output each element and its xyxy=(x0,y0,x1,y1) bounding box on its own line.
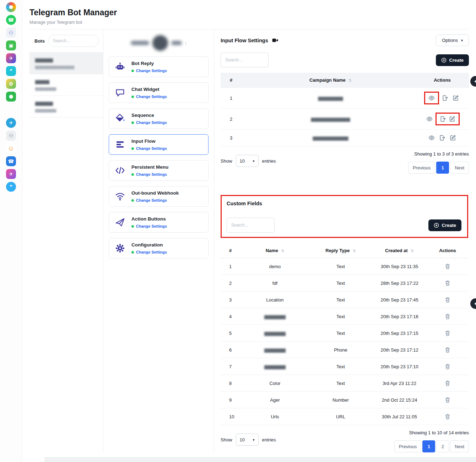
change-settings-link[interactable]: Change Settings xyxy=(131,120,167,125)
created-at: 20th Sep 23 17:16 xyxy=(373,308,426,325)
multicolor-app-icon[interactable]: ✿ xyxy=(6,79,16,89)
settings-card-input-flow[interactable]: Input Flow Change Settings xyxy=(109,134,209,155)
settings-card-sequence[interactable]: Sequence Change Settings xyxy=(109,108,209,129)
bot-name-redacted: ▆▆▆▆▆ xyxy=(35,100,97,106)
settings-card-configuration[interactable]: Configuration Change Settings xyxy=(109,238,209,259)
card-title: Bot Reply xyxy=(131,61,167,66)
telegram-pink-icon[interactable]: ✈ xyxy=(6,53,16,63)
trash-icon xyxy=(444,330,451,336)
pagination-page-2[interactable]: 2 xyxy=(436,440,449,452)
bot-list-item[interactable]: ▆▆▆▆▆ ▆▆▆▆▆▆▆ xyxy=(29,96,103,118)
row-number: 2 xyxy=(221,275,241,292)
pagination-page-1[interactable]: 1 xyxy=(422,440,435,452)
whatsapp-icon[interactable]: ☎ xyxy=(6,15,16,25)
row-number: 6 xyxy=(221,342,241,358)
change-settings-link[interactable]: Change Settings xyxy=(131,69,167,73)
create-campaign-button[interactable]: Create xyxy=(436,54,469,66)
sort-icon[interactable]: ⇅ xyxy=(411,249,414,253)
file-export-icon xyxy=(440,116,446,122)
change-settings-link[interactable]: Change Settings xyxy=(131,198,179,202)
delete-button[interactable] xyxy=(443,329,452,337)
export-button[interactable] xyxy=(440,94,450,102)
chat-teal-icon[interactable]: ❞ xyxy=(6,66,16,76)
view-button[interactable] xyxy=(427,94,436,102)
call-app-icon[interactable]: ☎ xyxy=(6,156,16,166)
campaign-name-redacted: ▆▆▆▆▆▆▆▆▆▆ xyxy=(313,135,348,141)
delete-button[interactable] xyxy=(443,346,452,354)
status-dot xyxy=(131,121,134,124)
delete-button[interactable] xyxy=(443,412,452,421)
sort-icon[interactable]: ⇅ xyxy=(348,78,352,82)
browser-logo-icon[interactable] xyxy=(6,2,16,12)
plus-circle-icon xyxy=(441,58,447,63)
sort-icon[interactable]: ⇅ xyxy=(281,249,284,253)
settings-card-bot-reply[interactable]: Bot Reply Change Settings xyxy=(109,56,209,77)
column-header-num[interactable]: # xyxy=(221,243,241,258)
delete-button[interactable] xyxy=(443,379,452,387)
bot-app-icon[interactable]: ⚇ xyxy=(6,28,16,38)
bottom-strip xyxy=(44,457,476,462)
view-button[interactable] xyxy=(427,134,436,142)
campaign-search-input[interactable] xyxy=(221,53,269,67)
bot-list-item[interactable]: ▆▆▆▆▆ ▆▆▆▆▆▆▆▆▆▆▆▆▆ xyxy=(29,52,103,74)
trash-icon xyxy=(444,380,451,386)
pagination-next[interactable]: Next xyxy=(450,162,469,174)
field-name-redacted: ▆▆▆▆▆▆ xyxy=(264,331,286,336)
create-custom-field-button[interactable]: Create xyxy=(428,219,461,231)
delete-button[interactable] xyxy=(443,362,452,371)
edit-button[interactable] xyxy=(448,134,458,142)
change-settings-link[interactable]: Change Settings xyxy=(131,224,167,228)
change-settings-link[interactable]: Change Settings xyxy=(131,172,168,176)
column-header-name[interactable]: Name⇅ xyxy=(241,243,309,258)
settings-card-chat-widget[interactable]: Chat Widget Change Settings xyxy=(109,82,209,103)
edit-button[interactable] xyxy=(451,94,460,102)
shop-app-icon[interactable]: ⬢ xyxy=(6,92,16,102)
telegram-icon[interactable]: ✈ xyxy=(6,118,16,128)
trash-icon xyxy=(444,313,451,320)
entries-label: entries xyxy=(262,158,276,164)
settings-card-persistent-menu[interactable]: Persistent Menu Change Settings xyxy=(109,160,209,181)
column-header-created-at[interactable]: Created at⇅ xyxy=(373,243,426,258)
campaign-name-redacted: ▆▆▆▆▆▆▆▆▆▆▆ xyxy=(311,116,350,122)
pagination-previous[interactable]: Previous xyxy=(408,162,436,174)
options-button[interactable]: Options ▾ xyxy=(436,34,469,46)
field-name: Location xyxy=(241,292,309,308)
field-name-redacted: ▆▆▆▆▆▆ xyxy=(264,314,286,319)
pagination-page-1[interactable]: 1 xyxy=(436,162,449,174)
green-app-icon[interactable]: ▣ xyxy=(6,40,16,50)
custom-fields-search-input[interactable] xyxy=(227,218,275,233)
change-settings-link[interactable]: Change Settings xyxy=(131,94,167,99)
settings-card-outbound-webhook[interactable]: Out-bound Webhook Change Settings xyxy=(109,186,209,207)
delete-button[interactable] xyxy=(443,295,452,304)
export-button[interactable] xyxy=(438,115,448,123)
delete-button[interactable] xyxy=(443,312,452,321)
campaign-row: 3 ▆▆▆▆▆▆▆▆▆▆ xyxy=(221,130,469,146)
edit-button[interactable] xyxy=(448,115,457,123)
delete-button[interactable] xyxy=(443,279,452,287)
bots-search-input[interactable] xyxy=(48,35,99,47)
bot-list-item[interactable]: ▆▆▆▆ ▆▆▆▆▆▆▆ xyxy=(29,74,103,96)
page-size-select[interactable]: 10▾ xyxy=(236,434,259,446)
row-number: 2 xyxy=(221,109,245,130)
contacts-app-icon[interactable]: ☺ xyxy=(6,143,16,153)
export-button[interactable] xyxy=(438,134,447,142)
redacted-text xyxy=(171,41,182,45)
sort-icon[interactable]: ⇅ xyxy=(353,249,356,253)
pagination-previous[interactable]: Previous xyxy=(394,440,422,452)
telegram-pink2-icon[interactable]: ✈ xyxy=(6,169,16,179)
bot-gray-icon[interactable]: ⚇ xyxy=(6,131,16,141)
delete-button[interactable] xyxy=(443,396,452,404)
column-header-campaign-name[interactable]: Campaign Name⇅ xyxy=(245,73,416,88)
change-settings-link[interactable]: Change Settings xyxy=(131,250,167,254)
change-settings-link[interactable]: Change Settings xyxy=(131,146,167,151)
delete-button[interactable] xyxy=(443,262,452,271)
page-size-select[interactable]: 10▾ xyxy=(236,155,259,167)
pagination-next[interactable]: Next xyxy=(450,440,469,452)
chat-blue-icon[interactable]: ❞ xyxy=(6,182,16,192)
view-button[interactable] xyxy=(425,115,434,123)
trash-icon xyxy=(444,397,451,403)
settings-card-action-buttons[interactable]: Action Buttons Change Settings xyxy=(109,212,209,233)
column-header-reply-type[interactable]: Reply Type⇅ xyxy=(309,243,373,258)
column-header-num[interactable]: # xyxy=(221,73,245,88)
status-dot xyxy=(131,70,134,72)
